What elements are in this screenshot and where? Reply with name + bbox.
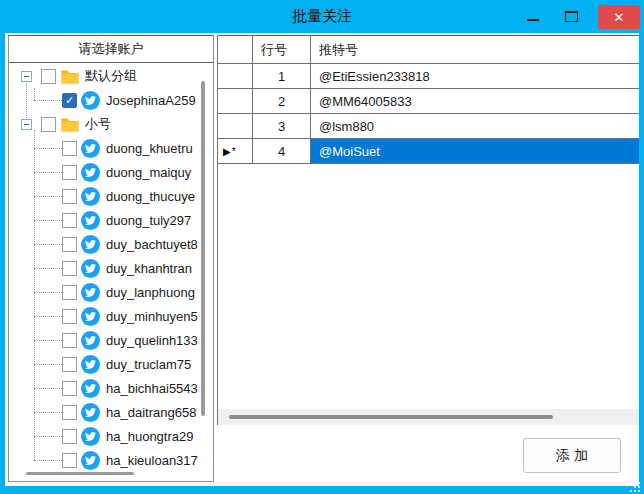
twitter-icon — [81, 163, 100, 182]
row-selector-cell[interactable] — [218, 89, 253, 113]
group-checkbox[interactable] — [41, 69, 56, 84]
grid-body: 1@EtiEssien2338182@MM640058333@lsm880▶*4… — [218, 64, 639, 164]
tree-account-row[interactable]: duy_lanphuong — [9, 280, 213, 304]
account-tree[interactable]: 默认分组JosephinaA259小号duong_khuetruduong_ma… — [9, 64, 213, 481]
tree-horizontal-scrollbar[interactable] — [26, 472, 134, 475]
window-content: 请选择账户 默认分组JosephinaA259小号duong_khuetrudu… — [5, 33, 639, 486]
account-checkbox[interactable] — [62, 141, 77, 156]
table-row[interactable]: ▶*4@MoiSuet — [218, 139, 639, 164]
tree-connector — [34, 100, 62, 101]
tree-account-row[interactable]: duy_quelinh133 — [9, 328, 213, 352]
twitter-icon — [81, 331, 100, 350]
account-checkbox[interactable] — [62, 189, 77, 204]
tree-account-row[interactable]: duy_truclam75 — [9, 352, 213, 376]
tree-account-row[interactable]: duong_maiquy — [9, 160, 213, 184]
account-label: duy_quelinh133 — [106, 333, 198, 348]
add-button-label: 添 加 — [556, 447, 588, 465]
row-selector-cell[interactable] — [218, 114, 253, 138]
grid-header-handle[interactable]: 推特号 — [311, 36, 639, 63]
title-bar[interactable]: 批量关注 ✕ — [0, 0, 644, 33]
account-label: 默认分组 — [85, 67, 137, 85]
twitter-icon — [81, 235, 100, 254]
twitter-icon — [81, 259, 100, 278]
account-label: JosephinaA259 — [106, 93, 196, 108]
account-label: duong_maiquy — [106, 165, 191, 180]
account-checkbox[interactable] — [62, 309, 77, 324]
tree-vertical-scrollbar[interactable] — [201, 81, 205, 416]
minimize-button[interactable] — [518, 0, 548, 33]
account-checkbox[interactable] — [62, 405, 77, 420]
tree-group-row[interactable]: 小号 — [9, 112, 213, 136]
twitter-icon — [81, 379, 100, 398]
tree-account-row[interactable]: ha_huongtra29 — [9, 424, 213, 448]
tree-account-row[interactable]: ha_daitrang658 — [9, 400, 213, 424]
tree-account-row[interactable]: JosephinaA259 — [9, 88, 213, 112]
account-checkbox[interactable] — [62, 285, 77, 300]
close-button[interactable]: ✕ — [598, 5, 640, 29]
account-checkbox[interactable] — [62, 333, 77, 348]
grid-header-selector[interactable] — [218, 36, 253, 63]
tree-account-row[interactable]: duy_khanhtran — [9, 256, 213, 280]
tree-connector — [34, 268, 62, 269]
tree-connector — [34, 220, 62, 221]
tree-connector — [34, 244, 62, 245]
tree-connector — [34, 292, 62, 293]
tree-connector-line — [26, 76, 27, 124]
row-selector-cell[interactable]: ▶* — [218, 139, 253, 163]
twitter-icon — [81, 427, 100, 446]
table-row[interactable]: 2@MM64005833 — [218, 89, 639, 114]
line-no-cell[interactable]: 1 — [253, 64, 311, 88]
account-label: ha_daitrang658 — [106, 405, 196, 420]
expand-toggle-icon[interactable] — [21, 119, 32, 130]
tree-connector — [34, 364, 62, 365]
maximize-button[interactable] — [556, 0, 586, 33]
tree-account-row[interactable]: ha_bichhai5543 — [9, 376, 213, 400]
line-no-cell[interactable]: 3 — [253, 114, 311, 138]
grid-scrollbar-thumb[interactable] — [229, 415, 553, 419]
account-checkbox[interactable] — [62, 381, 77, 396]
table-row[interactable]: 1@EtiEssien233818 — [218, 64, 639, 89]
account-checkbox[interactable] — [62, 213, 77, 228]
handle-cell[interactable]: @MM64005833 — [311, 89, 639, 113]
table-row[interactable]: 3@lsm880 — [218, 114, 639, 139]
account-checkbox[interactable] — [62, 429, 77, 444]
account-label: duong_khuetru — [106, 141, 193, 156]
app-window: 批量关注 ✕ 请选择账户 默认分组JosephinaA259小号duong_kh… — [0, 0, 644, 494]
tree-account-row[interactable]: duy_bachtuyet8 — [9, 232, 213, 256]
account-checkbox[interactable] — [62, 453, 77, 468]
twitter-icon — [81, 139, 100, 158]
twitter-icon — [81, 283, 100, 302]
account-checkbox[interactable] — [62, 357, 77, 372]
handle-cell[interactable]: @EtiEssien233818 — [311, 64, 639, 88]
account-label: ha_huongtra29 — [106, 429, 193, 444]
account-checkbox[interactable] — [62, 165, 77, 180]
line-no-cell[interactable]: 4 — [253, 139, 311, 163]
tree-account-row[interactable]: duong_thucuye — [9, 184, 213, 208]
tree-account-row[interactable]: duong_tuly297 — [9, 208, 213, 232]
handle-cell[interactable]: @lsm880 — [311, 114, 639, 138]
add-button[interactable]: 添 加 — [523, 438, 621, 473]
account-panel: 请选择账户 默认分组JosephinaA259小号duong_khuetrudu… — [8, 35, 214, 482]
tree-connector-line — [34, 130, 35, 460]
grid-header-line-no[interactable]: 行号 — [253, 36, 311, 63]
account-checkbox[interactable] — [62, 237, 77, 252]
twitter-icon — [81, 451, 100, 470]
account-checkbox[interactable] — [62, 93, 77, 108]
account-checkbox[interactable] — [62, 261, 77, 276]
row-selector-cell[interactable] — [218, 64, 253, 88]
account-label: duy_lanphuong — [106, 285, 195, 300]
tree-group-row[interactable]: 默认分组 — [9, 64, 213, 88]
handles-grid: 行号 推特号 1@EtiEssien2338182@MM640058333@ls… — [217, 35, 639, 425]
tree-account-row[interactable]: duy_minhuyen5 — [9, 304, 213, 328]
line-no-cell[interactable]: 2 — [253, 89, 311, 113]
grid-horizontal-scrollbar[interactable] — [218, 409, 639, 425]
twitter-icon — [81, 211, 100, 230]
account-label: duong_tuly297 — [106, 213, 191, 228]
handle-cell[interactable]: @MoiSuet — [311, 139, 639, 163]
tree-account-row[interactable]: duong_khuetru — [9, 136, 213, 160]
group-checkbox[interactable] — [41, 117, 56, 132]
tree-account-row[interactable]: ha_kieuloan317 — [9, 448, 213, 472]
account-label: duy_khanhtran — [106, 261, 192, 276]
minimize-icon — [527, 19, 539, 21]
expand-toggle-icon[interactable] — [21, 71, 32, 82]
